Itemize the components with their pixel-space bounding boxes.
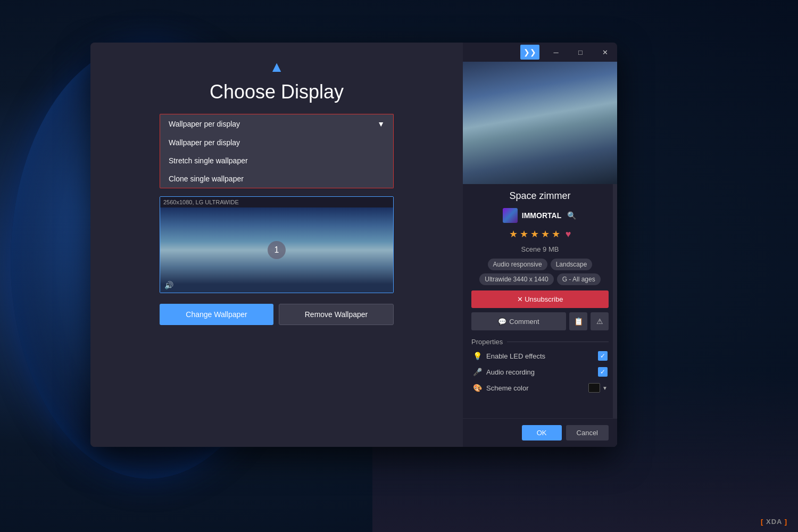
display-preview-container: 2560x1080, LG ULTRAWIDE 1 🔊	[160, 196, 394, 293]
report-icon: ⚠	[596, 317, 603, 326]
share-icon: 📋	[574, 317, 583, 326]
tag-age-rating: G - All ages	[557, 273, 601, 285]
chevron-up-icon: ▲	[269, 59, 284, 76]
property-audio-recording: 🎤 Audio recording ✓	[471, 367, 609, 377]
main-window: ▲ Choose Display Wallpaper per display ▼…	[90, 43, 617, 447]
display-preview: 1 🔊	[160, 207, 393, 293]
minimize-button[interactable]: ─	[544, 43, 568, 62]
info-section: Space zimmer IMMORTAL 🔍 ★ ★ ★ ★ ★ ♥ Scen…	[463, 184, 617, 447]
title-bar: ❯❯ ─ □ ✕	[463, 43, 617, 62]
mic-icon: 🎤	[472, 368, 482, 376]
scheme-label: Scheme color	[486, 384, 584, 392]
left-panel: ▲ Choose Display Wallpaper per display ▼…	[90, 43, 463, 447]
wallpaper-name: Space zimmer	[471, 190, 609, 202]
author-avatar	[503, 208, 518, 223]
display-number-badge: 1	[268, 241, 286, 259]
palette-icon: 🎨	[472, 384, 482, 392]
star-4: ★	[541, 228, 550, 240]
dropdown-item-per-display[interactable]: Wallpaper per display	[160, 134, 393, 152]
search-author-button[interactable]: 🔍	[566, 210, 577, 221]
tag-landscape: Landscape	[551, 259, 593, 270]
color-dropdown-icon[interactable]: ▼	[602, 385, 608, 391]
property-led-effects: 💡 Enable LED effects ✓	[471, 351, 609, 361]
favorite-button[interactable]: ♥	[566, 229, 571, 240]
dropdown-item-stretch[interactable]: Stretch single wallpaper	[160, 152, 393, 170]
dropdown-list: Wallpaper per display Stretch single wal…	[160, 134, 394, 188]
audio-label: Audio recording	[486, 368, 594, 376]
property-scheme-color: 🎨 Scheme color ▼	[471, 383, 609, 393]
stars-row: ★ ★ ★ ★ ★ ♥	[471, 228, 609, 240]
tags-row: Audio responsive Landscape Ultrawide 344…	[471, 259, 609, 285]
ok-button[interactable]: OK	[522, 425, 562, 440]
report-button[interactable]: ⚠	[591, 312, 609, 330]
action-buttons-row: Change Wallpaper Remove Wallpaper	[160, 304, 394, 325]
action-row: 💬 Comment 📋 ⚠	[471, 312, 609, 330]
properties-label: Properties	[471, 338, 609, 346]
author-name: IMMORTAL	[522, 211, 561, 220]
dropdown-selected-value[interactable]: Wallpaper per display ▼	[160, 114, 394, 134]
close-button[interactable]: ✕	[593, 43, 617, 62]
footer-row: OK Cancel	[463, 418, 617, 447]
star-3: ★	[530, 228, 539, 240]
comment-button[interactable]: 💬 Comment	[471, 312, 566, 330]
right-panel: ❯❯ ─ □ ✕ Space zimmer IMMORTAL 🔍 ★ ★	[463, 43, 617, 447]
unsubscribe-button[interactable]: ✕ Unsubscribe	[471, 290, 609, 308]
page-title: Choose Display	[210, 81, 344, 103]
comment-icon: 💬	[498, 318, 506, 326]
change-wallpaper-button[interactable]: Change Wallpaper	[160, 304, 273, 325]
cancel-button[interactable]: Cancel	[566, 425, 609, 440]
led-checkbox[interactable]: ✓	[598, 351, 608, 361]
xda-logo: [ XDA ]	[761, 518, 787, 526]
star-1: ★	[509, 228, 518, 240]
scene-size: Scene 9 MB	[471, 245, 609, 253]
display-mode-dropdown[interactable]: Wallpaper per display ▼ Wallpaper per di…	[160, 114, 394, 188]
tag-audio-responsive: Audio responsive	[488, 259, 547, 270]
share-button[interactable]: 📋	[569, 312, 587, 330]
author-row: IMMORTAL 🔍	[471, 208, 609, 223]
star-2: ★	[520, 228, 528, 240]
color-swatch-row: ▼	[588, 383, 608, 393]
remove-wallpaper-button[interactable]: Remove Wallpaper	[279, 304, 394, 325]
expand-button[interactable]: ❯❯	[520, 45, 539, 60]
wallpaper-thumbnail	[463, 62, 617, 184]
maximize-button[interactable]: □	[568, 43, 593, 62]
dropdown-item-clone[interactable]: Clone single wallpaper	[160, 170, 393, 188]
led-label: Enable LED effects	[486, 352, 594, 360]
display-label: 2560x1080, LG ULTRAWIDE	[160, 197, 393, 207]
tag-ultrawide: Ultrawide 3440 x 1440	[479, 273, 553, 285]
dropdown-arrow-icon: ▼	[377, 120, 385, 128]
audio-checkbox[interactable]: ✓	[598, 367, 608, 377]
led-icon: 💡	[472, 352, 482, 360]
audio-icon: 🔊	[164, 281, 173, 289]
star-5: ★	[552, 228, 560, 240]
properties-section: Properties 💡 Enable LED effects ✓ 🎤 Audi…	[471, 338, 609, 393]
color-swatch[interactable]	[588, 383, 600, 393]
